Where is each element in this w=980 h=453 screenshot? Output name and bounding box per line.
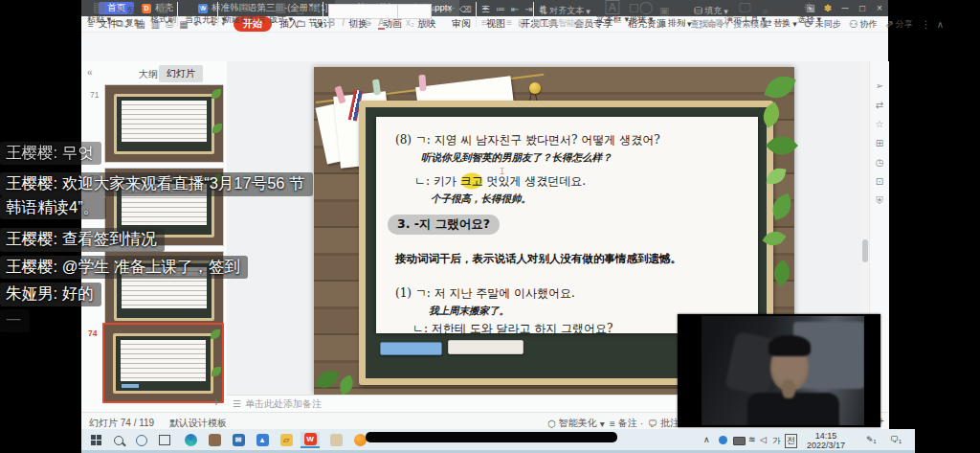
format-painter-button[interactable]: ▧ 格式刷 bbox=[150, 2, 176, 26]
outdent-icon[interactable]: ⇤ bbox=[511, 4, 519, 14]
photos-taskbar-icon[interactable]: ▲ bbox=[253, 432, 272, 448]
tray-expand-icon[interactable]: ∧ bbox=[703, 435, 710, 444]
present-tools-button[interactable]: 🖵 演示工具 ▾ bbox=[724, 2, 766, 26]
speaker-icon[interactable]: ◁ bbox=[760, 435, 767, 444]
play-from-current-button[interactable]: ▷ 当页开始 ▾ bbox=[185, 2, 226, 26]
edge-taskbar-icon[interactable] bbox=[181, 432, 200, 448]
task-view-button[interactable] bbox=[155, 432, 174, 448]
fill-button[interactable]: ⛁填充 ▾ bbox=[694, 5, 728, 17]
more-menu-icon[interactable]: ⋮ bbox=[919, 19, 934, 30]
frame-tool-icon[interactable]: ⊞ bbox=[876, 138, 883, 148]
arrange-button[interactable]: ⧈排列 ▾ bbox=[659, 17, 692, 30]
italic-button[interactable]: I bbox=[342, 17, 345, 30]
comment-icon: 🗩 bbox=[648, 419, 657, 429]
beautify-icon: ⬡ bbox=[547, 419, 556, 429]
clock[interactable]: 14:15 2022/3/17 bbox=[804, 431, 848, 450]
clothespin-green bbox=[372, 79, 381, 96]
numbering-icon[interactable]: ≔ bbox=[496, 4, 505, 14]
grammar-note: 接动词词干后，表示说话人对别人没有做的事情感到遗憾。 bbox=[395, 252, 681, 266]
highlight-button[interactable]: ▨ bbox=[421, 17, 430, 30]
restore-button[interactable]: □ bbox=[854, 3, 871, 13]
justify-icon[interactable]: ▤ bbox=[518, 17, 526, 28]
protect-icon[interactable]: ⛨ bbox=[876, 195, 883, 207]
layout-button[interactable]: ▦ 版式 ▾ bbox=[269, 2, 293, 26]
shapes-button[interactable]: ◻◯ 形状 ▾ bbox=[629, 2, 653, 26]
font-color-button[interactable]: A bbox=[378, 17, 385, 30]
cortana-button[interactable] bbox=[132, 432, 151, 448]
collapse-ribbon-icon[interactable]: ∧ bbox=[934, 19, 947, 30]
file-explorer-taskbar-icon[interactable]: ▱ bbox=[277, 432, 296, 448]
paste-button[interactable]: ▤ 粘贴 ▾ bbox=[87, 2, 111, 26]
action-center-icon[interactable]: 🗨₁ bbox=[890, 435, 902, 444]
share-button[interactable]: ⇗分享 bbox=[885, 18, 913, 31]
app1-taskbar-icon[interactable] bbox=[205, 432, 224, 448]
wps-taskbar-icon-active[interactable]: W bbox=[301, 432, 320, 448]
history-icon[interactable]: ◷ bbox=[876, 157, 884, 168]
add-slide-button[interactable]: + bbox=[212, 395, 220, 409]
smart-diagram-button[interactable]: ⊡转智能图示 ▾ bbox=[539, 17, 599, 30]
cut-button[interactable]: ✄剪切 bbox=[116, 5, 144, 17]
chat-message-partial: 一 bbox=[0, 309, 30, 332]
scrollbar-thumb[interactable] bbox=[862, 239, 868, 262]
textbox-button[interactable]: 🄰 文本框 ▾ bbox=[596, 2, 629, 26]
reset-button[interactable]: ⊟重置 bbox=[296, 5, 323, 17]
align-right-icon[interactable]: ≡ bbox=[506, 17, 512, 28]
bullets-icon[interactable]: ☰ bbox=[481, 4, 490, 14]
favorites-icon[interactable]: ☆ bbox=[876, 119, 884, 129]
notes-button[interactable]: ≡备注 · bbox=[610, 417, 643, 430]
slides-tab[interactable]: 幻灯片 bbox=[159, 65, 203, 82]
underline-button[interactable]: U bbox=[351, 17, 358, 30]
comments-button[interactable]: 🗩批注 bbox=[648, 417, 679, 430]
align-left-icon[interactable]: ≡ bbox=[481, 17, 487, 28]
slide-content-paper[interactable]: (8) ㄱ: 지영 씨 남자친구 봤다면서? 어떻게 생겼어? 听说你见到智英的… bbox=[376, 117, 758, 333]
align-text-button[interactable]: ⇅对齐文本 ▾ bbox=[539, 5, 590, 17]
tray-blue-app-icon[interactable] bbox=[719, 436, 727, 444]
livestream-chat-overlay: 王樱樱: 무엇 王樱樱: 欢迎大家来观看直播“3月17号56 节 韩语精读4”。… bbox=[0, 142, 402, 332]
ime-mode-indicator[interactable]: 전 bbox=[785, 434, 797, 448]
minimize-button[interactable]: ─ bbox=[836, 3, 854, 13]
ime-korean-indicator[interactable]: 가 bbox=[772, 435, 781, 447]
app1-icon bbox=[209, 434, 221, 446]
member-flower-icon[interactable]: ✽ bbox=[819, 3, 836, 13]
start-button[interactable] bbox=[86, 432, 105, 448]
collapse-panel-icon[interactable]: « bbox=[87, 67, 93, 78]
strikethrough-button[interactable]: S bbox=[365, 17, 371, 30]
chat-message: 王樱樱: 欢迎大家来观看直播“3月17号56 节 bbox=[0, 172, 313, 195]
battery-icon[interactable] bbox=[733, 437, 746, 445]
image-tool-icon[interactable]: ⊡ bbox=[876, 176, 883, 187]
mail-taskbar-icon[interactable]: ✉ bbox=[229, 432, 248, 448]
section-button[interactable]: 🗀节 ▾ bbox=[296, 17, 323, 30]
quick-share-icon[interactable]: ➢ bbox=[876, 80, 883, 91]
new-slide-button[interactable]: ⊞ 新建幻灯片 bbox=[223, 2, 266, 26]
align-center-icon[interactable]: ≣ bbox=[493, 17, 501, 28]
app2-taskbar-icon[interactable] bbox=[326, 432, 345, 448]
mini-eraser bbox=[122, 384, 139, 388]
network-icon[interactable]: ≋ bbox=[748, 435, 756, 444]
outline-tab[interactable]: 大纲 bbox=[139, 68, 158, 81]
slide-counter: 幻灯片 74 / 119 bbox=[89, 417, 154, 430]
app2-icon bbox=[330, 434, 343, 446]
transfer-icon[interactable]: ⇄ bbox=[876, 100, 883, 110]
person-body bbox=[747, 393, 839, 425]
chat-message: 王樱樱: 查看签到情况 bbox=[0, 228, 165, 251]
replace-button[interactable]: ⇄替换 ▾ bbox=[763, 17, 797, 30]
collaborate-button[interactable]: ⚇协作 bbox=[849, 18, 878, 31]
close-button[interactable]: × bbox=[871, 3, 888, 13]
indent-icon[interactable]: ⇥ bbox=[524, 4, 532, 14]
subscript-button[interactable]: x₂ bbox=[406, 17, 414, 30]
bold-button[interactable]: B bbox=[328, 17, 335, 30]
copy-button[interactable]: ⧉复制 bbox=[116, 17, 143, 30]
superscript-button[interactable]: x² bbox=[391, 17, 399, 30]
find-button[interactable]: ⌕查找 bbox=[763, 5, 788, 17]
ribbon-tab-review[interactable]: 审阅 bbox=[444, 17, 479, 31]
taskbar-search-button[interactable] bbox=[109, 432, 128, 448]
picture-button[interactable]: ▣图片 ▾ bbox=[659, 5, 695, 17]
smart-beautify-button[interactable]: ⬡智能美化 ▾ bbox=[547, 417, 605, 430]
select-button[interactable]: ⯐ 选择 ▾ bbox=[797, 2, 821, 26]
slide-thumbnail-74-selected[interactable] bbox=[102, 323, 224, 403]
font-increase-icon[interactable]: A⁺ bbox=[431, 5, 441, 14]
webcam-video-window[interactable] bbox=[678, 314, 880, 427]
ink-workspace-icon[interactable]: ✎₁ bbox=[866, 435, 877, 444]
font-decrease-icon[interactable]: A⁻ bbox=[445, 5, 456, 14]
clear-format-icon[interactable]: ⌫ bbox=[459, 5, 472, 14]
